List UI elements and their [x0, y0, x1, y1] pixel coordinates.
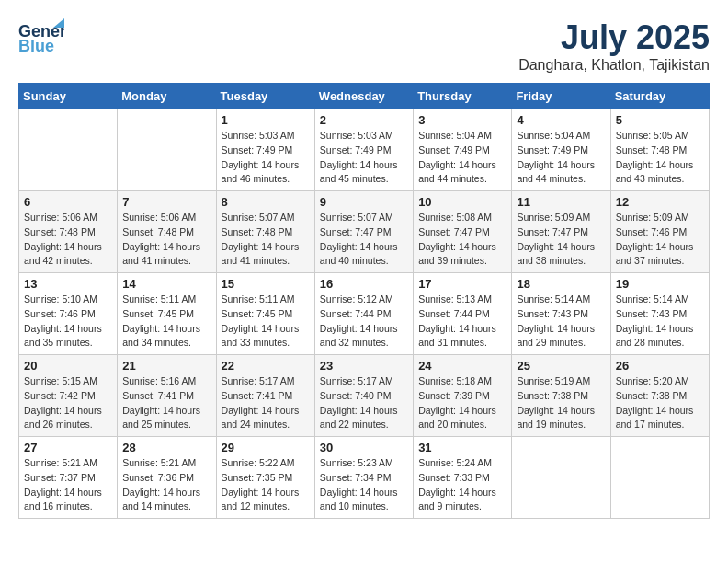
calendar-day-cell — [512, 437, 610, 519]
day-info: Sunrise: 5:14 AMSunset: 7:43 PMDaylight:… — [517, 293, 605, 350]
calendar-day-cell: 22Sunrise: 5:17 AMSunset: 7:41 PMDayligh… — [216, 355, 314, 437]
day-number: 25 — [517, 359, 605, 373]
calendar-day-cell: 14Sunrise: 5:11 AMSunset: 7:45 PMDayligh… — [118, 273, 216, 355]
day-number: 19 — [616, 277, 704, 291]
day-info: Sunrise: 5:18 AMSunset: 7:39 PMDaylight:… — [418, 374, 506, 432]
calendar-day-cell: 30Sunrise: 5:23 AMSunset: 7:34 PMDayligh… — [314, 437, 413, 519]
day-info: Sunrise: 5:20 AMSunset: 7:38 PMDaylight:… — [616, 374, 704, 432]
day-info: Sunrise: 5:04 AMSunset: 7:49 PMDaylight:… — [418, 129, 506, 187]
title-section: July 2025 Danghara, Khatlon, Tajikistan — [518, 18, 710, 74]
day-info: Sunrise: 5:10 AMSunset: 7:46 PMDaylight:… — [24, 293, 112, 350]
day-info: Sunrise: 5:17 AMSunset: 7:41 PMDaylight:… — [222, 374, 310, 432]
weekday-header: Saturday — [610, 84, 709, 109]
calendar-day-cell: 23Sunrise: 5:17 AMSunset: 7:40 PMDayligh… — [314, 355, 413, 437]
day-number: 12 — [616, 195, 704, 209]
day-number: 6 — [24, 195, 112, 209]
calendar-day-cell: 26Sunrise: 5:20 AMSunset: 7:38 PMDayligh… — [610, 355, 709, 437]
month-year-title: July 2025 — [518, 18, 710, 57]
day-info: Sunrise: 5:13 AMSunset: 7:44 PMDaylight:… — [418, 293, 506, 350]
calendar-day-cell: 19Sunrise: 5:14 AMSunset: 7:43 PMDayligh… — [610, 273, 709, 355]
day-info: Sunrise: 5:16 AMSunset: 7:41 PMDaylight:… — [122, 374, 210, 432]
weekday-header: Monday — [118, 84, 216, 109]
calendar-week-row: 20Sunrise: 5:15 AMSunset: 7:42 PMDayligh… — [19, 355, 710, 437]
day-info: Sunrise: 5:14 AMSunset: 7:43 PMDaylight:… — [616, 293, 704, 350]
day-number: 9 — [320, 195, 408, 209]
svg-text:Blue: Blue — [18, 37, 54, 55]
calendar-day-cell: 27Sunrise: 5:21 AMSunset: 7:37 PMDayligh… — [19, 437, 118, 519]
day-number: 5 — [616, 113, 704, 127]
day-number: 23 — [320, 359, 408, 373]
day-number: 30 — [320, 441, 408, 454]
day-number: 7 — [122, 195, 210, 209]
day-number: 14 — [122, 277, 210, 291]
day-number: 11 — [517, 195, 605, 209]
calendar-day-cell: 13Sunrise: 5:10 AMSunset: 7:46 PMDayligh… — [19, 273, 118, 355]
day-info: Sunrise: 5:19 AMSunset: 7:38 PMDaylight:… — [517, 374, 605, 432]
day-number: 21 — [122, 359, 210, 373]
calendar-day-cell: 8Sunrise: 5:07 AMSunset: 7:48 PMDaylight… — [216, 191, 314, 273]
day-number: 17 — [418, 277, 506, 291]
calendar-day-cell: 10Sunrise: 5:08 AMSunset: 7:47 PMDayligh… — [414, 191, 512, 273]
logo: General Blue — [18, 18, 64, 60]
day-info: Sunrise: 5:09 AMSunset: 7:47 PMDaylight:… — [517, 211, 605, 269]
location-title: Danghara, Khatlon, Tajikistan — [518, 57, 710, 74]
calendar-week-row: 27Sunrise: 5:21 AMSunset: 7:37 PMDayligh… — [19, 437, 710, 519]
day-info: Sunrise: 5:17 AMSunset: 7:40 PMDaylight:… — [320, 374, 408, 432]
day-info: Sunrise: 5:09 AMSunset: 7:46 PMDaylight:… — [616, 211, 704, 269]
calendar-day-cell — [610, 437, 709, 519]
day-number: 13 — [24, 277, 112, 291]
day-info: Sunrise: 5:15 AMSunset: 7:42 PMDaylight:… — [24, 374, 112, 432]
day-info: Sunrise: 5:21 AMSunset: 7:36 PMDaylight:… — [122, 456, 210, 514]
day-number: 4 — [517, 113, 605, 127]
calendar-day-cell: 12Sunrise: 5:09 AMSunset: 7:46 PMDayligh… — [610, 191, 709, 273]
day-info: Sunrise: 5:22 AMSunset: 7:35 PMDaylight:… — [222, 456, 310, 514]
calendar-day-cell: 1Sunrise: 5:03 AMSunset: 7:49 PMDaylight… — [216, 109, 314, 191]
calendar-day-cell: 28Sunrise: 5:21 AMSunset: 7:36 PMDayligh… — [118, 437, 216, 519]
calendar-week-row: 13Sunrise: 5:10 AMSunset: 7:46 PMDayligh… — [19, 273, 710, 355]
calendar-day-cell: 29Sunrise: 5:22 AMSunset: 7:35 PMDayligh… — [216, 437, 314, 519]
day-info: Sunrise: 5:08 AMSunset: 7:47 PMDaylight:… — [418, 211, 506, 269]
weekday-header: Tuesday — [216, 84, 314, 109]
calendar-day-cell: 24Sunrise: 5:18 AMSunset: 7:39 PMDayligh… — [414, 355, 512, 437]
day-number: 24 — [418, 359, 506, 373]
day-info: Sunrise: 5:03 AMSunset: 7:49 PMDaylight:… — [320, 129, 408, 187]
day-info: Sunrise: 5:06 AMSunset: 7:48 PMDaylight:… — [24, 211, 112, 269]
calendar-header-row: SundayMondayTuesdayWednesdayThursdayFrid… — [19, 84, 710, 109]
day-info: Sunrise: 5:21 AMSunset: 7:37 PMDaylight:… — [24, 456, 112, 514]
calendar-day-cell: 31Sunrise: 5:24 AMSunset: 7:33 PMDayligh… — [414, 437, 512, 519]
day-number: 8 — [222, 195, 310, 209]
calendar-day-cell: 18Sunrise: 5:14 AMSunset: 7:43 PMDayligh… — [512, 273, 610, 355]
day-info: Sunrise: 5:23 AMSunset: 7:34 PMDaylight:… — [320, 456, 408, 514]
calendar-day-cell: 9Sunrise: 5:07 AMSunset: 7:47 PMDaylight… — [314, 191, 413, 273]
calendar-day-cell — [19, 109, 118, 191]
day-number: 20 — [24, 359, 112, 373]
day-info: Sunrise: 5:24 AMSunset: 7:33 PMDaylight:… — [418, 456, 506, 514]
page-header: General Blue July 2025 Danghara, Khatlon… — [18, 18, 710, 74]
weekday-header: Wednesday — [314, 84, 413, 109]
calendar-day-cell: 25Sunrise: 5:19 AMSunset: 7:38 PMDayligh… — [512, 355, 610, 437]
day-number: 16 — [320, 277, 408, 291]
calendar-day-cell: 15Sunrise: 5:11 AMSunset: 7:45 PMDayligh… — [216, 273, 314, 355]
day-info: Sunrise: 5:12 AMSunset: 7:44 PMDaylight:… — [320, 293, 408, 350]
day-number: 10 — [418, 195, 506, 209]
day-number: 22 — [222, 359, 310, 373]
day-number: 29 — [222, 441, 310, 454]
day-number: 27 — [24, 441, 112, 454]
calendar-day-cell: 11Sunrise: 5:09 AMSunset: 7:47 PMDayligh… — [512, 191, 610, 273]
weekday-header: Thursday — [414, 84, 512, 109]
calendar-day-cell: 16Sunrise: 5:12 AMSunset: 7:44 PMDayligh… — [314, 273, 413, 355]
day-info: Sunrise: 5:11 AMSunset: 7:45 PMDaylight:… — [122, 293, 210, 350]
day-info: Sunrise: 5:07 AMSunset: 7:48 PMDaylight:… — [222, 211, 310, 269]
calendar-week-row: 6Sunrise: 5:06 AMSunset: 7:48 PMDaylight… — [19, 191, 710, 273]
day-number: 3 — [418, 113, 506, 127]
day-info: Sunrise: 5:11 AMSunset: 7:45 PMDaylight:… — [222, 293, 310, 350]
calendar-day-cell: 17Sunrise: 5:13 AMSunset: 7:44 PMDayligh… — [414, 273, 512, 355]
calendar-day-cell — [118, 109, 216, 191]
day-info: Sunrise: 5:06 AMSunset: 7:48 PMDaylight:… — [122, 211, 210, 269]
calendar-day-cell: 2Sunrise: 5:03 AMSunset: 7:49 PMDaylight… — [314, 109, 413, 191]
day-number: 2 — [320, 113, 408, 127]
day-number: 1 — [222, 113, 310, 127]
calendar-day-cell: 3Sunrise: 5:04 AMSunset: 7:49 PMDaylight… — [414, 109, 512, 191]
day-info: Sunrise: 5:05 AMSunset: 7:48 PMDaylight:… — [616, 129, 704, 187]
calendar-day-cell: 6Sunrise: 5:06 AMSunset: 7:48 PMDaylight… — [19, 191, 118, 273]
